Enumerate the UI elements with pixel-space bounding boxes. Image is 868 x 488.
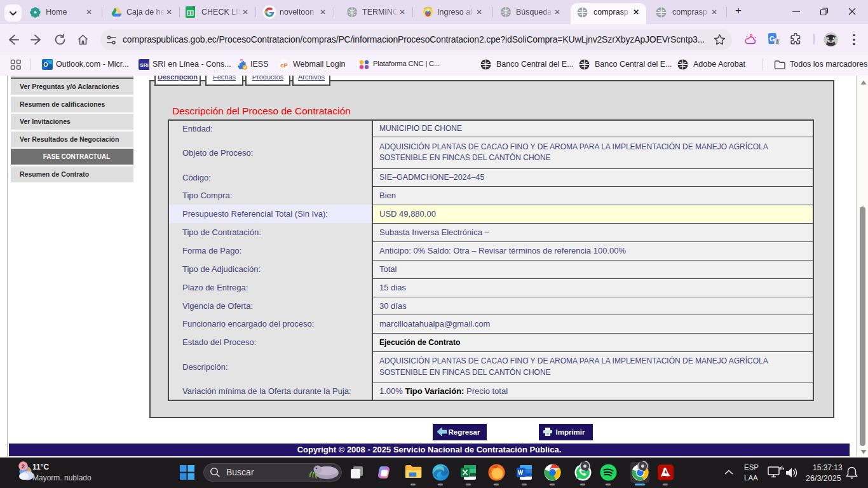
svg-text:G: G <box>770 35 775 43</box>
svg-text:SRI: SRI <box>140 62 148 68</box>
svg-text:cP: cP <box>280 62 288 69</box>
svg-text:2: 2 <box>22 463 25 470</box>
